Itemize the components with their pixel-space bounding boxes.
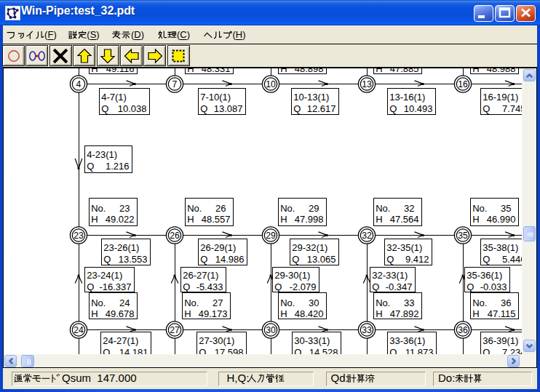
svg-text:47.115: 47.115 xyxy=(488,308,516,319)
svg-text:13.087: 13.087 xyxy=(214,103,243,114)
svg-text:33: 33 xyxy=(362,325,372,335)
svg-text:27-30(1): 27-30(1) xyxy=(199,335,234,346)
svg-text:H: H xyxy=(280,214,287,225)
svg-text:H: H xyxy=(472,68,479,74)
svg-text:No.: No. xyxy=(91,203,106,214)
svg-text:32: 32 xyxy=(404,203,414,214)
svg-text:H: H xyxy=(376,68,382,74)
svg-text:Q: Q xyxy=(293,103,301,114)
svg-text:30-33(1): 30-33(1) xyxy=(294,335,330,346)
svg-text:49.116: 49.116 xyxy=(106,68,135,74)
svg-text:47.885: 47.885 xyxy=(390,68,419,74)
svg-text:10-13(1): 10-13(1) xyxy=(293,92,329,103)
svg-text:27: 27 xyxy=(213,297,223,308)
svg-text:H: H xyxy=(472,214,479,225)
svg-text:10: 10 xyxy=(266,79,276,89)
svg-text:36-39(1): 36-39(1) xyxy=(483,335,518,346)
svg-text:7-10(1): 7-10(1) xyxy=(200,92,231,103)
svg-text:46.990: 46.990 xyxy=(487,214,516,225)
svg-text:H: H xyxy=(184,308,191,319)
svg-text:47.564: 47.564 xyxy=(390,214,419,225)
svg-text:No.: No. xyxy=(472,297,487,308)
svg-text:30: 30 xyxy=(309,297,319,308)
svg-text:48.331: 48.331 xyxy=(202,68,231,74)
svg-text:13-16(1): 13-16(1) xyxy=(389,92,425,103)
svg-text:H: H xyxy=(280,308,287,319)
svg-text:1.216: 1.216 xyxy=(106,161,130,172)
svg-text:No.: No. xyxy=(91,297,106,308)
svg-text:23-24(1): 23-24(1) xyxy=(87,270,122,281)
svg-text:13.065: 13.065 xyxy=(307,254,336,265)
svg-text:No.: No. xyxy=(280,203,295,214)
svg-text:14.986: 14.986 xyxy=(215,254,245,265)
svg-text:No.: No. xyxy=(280,297,295,308)
svg-text:17.598: 17.598 xyxy=(215,347,244,354)
svg-text:Q: Q xyxy=(483,347,490,354)
svg-text:No.: No. xyxy=(376,297,390,308)
svg-text:47.892: 47.892 xyxy=(390,308,419,319)
svg-text:H: H xyxy=(91,68,98,74)
svg-text:H: H xyxy=(91,214,98,225)
svg-text:Q: Q xyxy=(466,281,474,292)
svg-text:11.873: 11.873 xyxy=(405,347,434,354)
svg-text:29-32(1): 29-32(1) xyxy=(292,242,327,253)
svg-text:12.617: 12.617 xyxy=(307,103,336,114)
svg-text:-0.347: -0.347 xyxy=(386,281,413,292)
svg-text:24: 24 xyxy=(74,325,84,335)
svg-text:9.412: 9.412 xyxy=(405,254,429,265)
svg-text:Q: Q xyxy=(103,347,110,354)
svg-text:-2.079: -2.079 xyxy=(290,281,317,292)
svg-text:Q: Q xyxy=(294,347,301,354)
svg-text:35: 35 xyxy=(458,231,468,241)
svg-text:26-27(1): 26-27(1) xyxy=(183,270,218,281)
svg-text:26-29(1): 26-29(1) xyxy=(200,242,236,253)
svg-text:23-26(1): 23-26(1) xyxy=(103,242,139,253)
svg-text:H: H xyxy=(472,308,479,319)
svg-text:Q: Q xyxy=(483,103,490,114)
svg-text:H: H xyxy=(187,68,194,74)
svg-text:48.557: 48.557 xyxy=(202,214,231,225)
svg-text:7: 7 xyxy=(172,79,178,89)
svg-text:49.173: 49.173 xyxy=(199,308,228,319)
svg-text:35: 35 xyxy=(501,203,511,214)
svg-text:5.446: 5.446 xyxy=(502,254,522,265)
svg-text:7.745: 7.745 xyxy=(502,103,522,114)
svg-text:H: H xyxy=(280,68,287,74)
svg-text:14.528: 14.528 xyxy=(309,347,338,354)
svg-text:Q: Q xyxy=(389,347,397,354)
svg-text:33: 33 xyxy=(404,297,414,308)
svg-text:H: H xyxy=(91,308,98,319)
svg-text:Q: Q xyxy=(103,254,111,265)
svg-text:Q: Q xyxy=(200,103,207,114)
svg-text:Q: Q xyxy=(87,161,94,172)
svg-text:32-33(1): 32-33(1) xyxy=(372,270,408,281)
svg-text:30: 30 xyxy=(266,325,276,335)
svg-text:29: 29 xyxy=(266,231,276,241)
svg-text:14.181: 14.181 xyxy=(119,347,148,354)
svg-text:23: 23 xyxy=(74,231,84,241)
svg-text:32: 32 xyxy=(362,231,372,241)
svg-text:H: H xyxy=(187,214,194,225)
svg-text:No.: No. xyxy=(376,203,390,214)
svg-text:33-36(1): 33-36(1) xyxy=(389,335,425,346)
svg-text:27: 27 xyxy=(170,325,180,335)
svg-text:4-23(1): 4-23(1) xyxy=(87,149,117,160)
svg-text:Q: Q xyxy=(101,103,108,114)
svg-text:Q: Q xyxy=(372,281,379,292)
svg-text:Q: Q xyxy=(199,347,206,354)
svg-text:7.234: 7.234 xyxy=(502,347,522,354)
svg-text:H: H xyxy=(376,214,382,225)
svg-text:49.022: 49.022 xyxy=(106,214,135,225)
svg-text:Q: Q xyxy=(87,281,94,292)
svg-text:4-7(1): 4-7(1) xyxy=(101,92,127,103)
svg-text:48.898: 48.898 xyxy=(295,68,324,74)
svg-text:No.: No. xyxy=(184,297,199,308)
svg-text:Q: Q xyxy=(292,254,299,265)
svg-text:No.: No. xyxy=(472,203,487,214)
svg-text:Q: Q xyxy=(274,281,282,292)
svg-text:48.988: 48.988 xyxy=(487,68,516,74)
svg-text:29: 29 xyxy=(309,203,319,214)
svg-text:48.420: 48.420 xyxy=(295,308,324,319)
svg-text:-0.033: -0.033 xyxy=(480,281,507,292)
svg-text:No.: No. xyxy=(187,203,202,214)
